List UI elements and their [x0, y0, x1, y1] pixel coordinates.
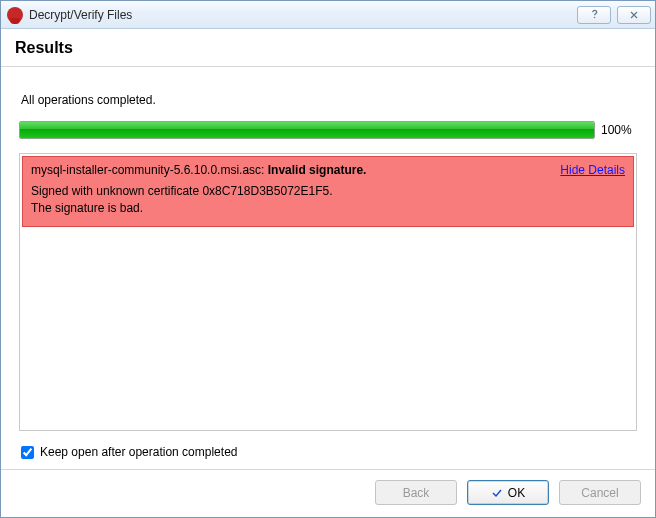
error-body: Signed with unknown certificate 0x8C718D…: [31, 183, 625, 218]
button-bar: Back OK Cancel: [1, 469, 655, 517]
keep-open-checkbox[interactable]: [21, 446, 34, 459]
details-frame: mysql-installer-community-5.6.10.0.msi.a…: [19, 153, 637, 431]
close-button[interactable]: [617, 6, 651, 24]
progress-fill: [20, 122, 594, 138]
error-filename: mysql-installer-community-5.6.10.0.msi.a…: [31, 163, 268, 177]
check-icon: [491, 487, 503, 499]
ok-button-label: OK: [508, 486, 525, 500]
svg-point-0: [593, 17, 595, 19]
error-header: mysql-installer-community-5.6.10.0.msi.a…: [31, 163, 625, 177]
back-button: Back: [375, 480, 457, 505]
titlebar: Decrypt/Verify Files: [1, 1, 655, 29]
keep-open-row[interactable]: Keep open after operation completed: [19, 445, 637, 469]
progress-row: 100%: [19, 121, 637, 139]
content-area: All operations completed. 100% mysql-ins…: [1, 67, 655, 469]
error-line-1: Signed with unknown certificate 0x8C718D…: [31, 183, 625, 200]
error-verdict: Invalid signature.: [268, 163, 367, 177]
close-icon: [628, 9, 640, 21]
dialog-window: Decrypt/Verify Files Results All operati…: [0, 0, 656, 518]
window-title: Decrypt/Verify Files: [29, 8, 132, 22]
page-title: Results: [1, 29, 655, 67]
error-title: mysql-installer-community-5.6.10.0.msi.a…: [31, 163, 366, 177]
progress-bar: [19, 121, 595, 139]
error-line-2: The signature is bad.: [31, 200, 625, 217]
app-icon: [7, 7, 23, 23]
cancel-button: Cancel: [559, 480, 641, 505]
progress-percent: 100%: [601, 123, 637, 137]
back-button-label: Back: [403, 486, 430, 500]
error-panel: mysql-installer-community-5.6.10.0.msi.a…: [22, 156, 634, 227]
keep-open-label: Keep open after operation completed: [40, 445, 237, 459]
help-button[interactable]: [577, 6, 611, 24]
ok-button[interactable]: OK: [467, 480, 549, 505]
cancel-button-label: Cancel: [581, 486, 618, 500]
hide-details-link[interactable]: Hide Details: [560, 163, 625, 177]
status-text: All operations completed.: [19, 67, 637, 121]
help-icon: [588, 8, 601, 21]
